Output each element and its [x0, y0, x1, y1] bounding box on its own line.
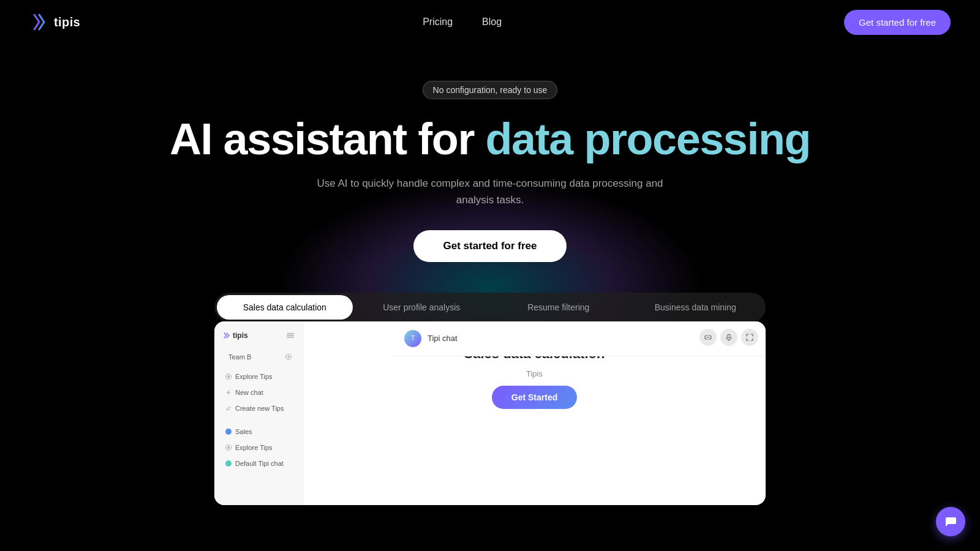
tab-sales-data-calculation[interactable]: Sales data calculation: [217, 295, 353, 320]
default-chat-dot: [225, 460, 232, 467]
hero-badge: No configuration, ready to use: [423, 81, 558, 99]
expand-icon: [746, 334, 753, 341]
header-cta-button[interactable]: Get started for free: [844, 10, 951, 35]
sidebar-default-chat-label: Default Tipi chat: [235, 460, 284, 467]
sidebar-item-new-chat[interactable]: New chat: [221, 385, 296, 400]
demo-avatar: T: [404, 330, 421, 347]
nav-pricing[interactable]: Pricing: [423, 17, 453, 28]
sidebar-item-sales[interactable]: Sales: [221, 424, 296, 439]
compass-icon-2: [225, 444, 232, 451]
demo-content-subtitle: Tipis: [526, 369, 543, 378]
sidebar-explore2-label: Explore Tips: [235, 444, 273, 451]
logo-link[interactable]: tipis: [29, 12, 80, 32]
sidebar-item-explore[interactable]: Explore Tips: [221, 369, 296, 384]
sidebar-item-default-chat[interactable]: Default Tipi chat: [221, 456, 296, 471]
sidebar-new-chat-label: New chat: [235, 389, 263, 396]
link-icon-button[interactable]: [699, 329, 717, 346]
hero-title-part1: AI assistant for: [170, 114, 486, 163]
demo-tabs-section: Sales data calculation User profile anal…: [29, 293, 951, 505]
demo-sidebar: tipis Team B: [214, 321, 303, 505]
sidebar-section-label: [221, 417, 296, 424]
svg-rect-2: [287, 333, 294, 334]
chat-icon: [944, 515, 957, 528]
svg-rect-3: [287, 335, 294, 336]
sidebar-item-explore2[interactable]: Explore Tips: [221, 440, 296, 455]
sidebar-logo-icon: [223, 332, 230, 339]
audio-icon: [725, 334, 733, 341]
demo-chat-name: Tipi chat: [428, 334, 458, 343]
svg-marker-7: [227, 375, 230, 378]
compass-icon: [225, 373, 232, 380]
pencil-icon: [225, 405, 232, 411]
team-add-icon: [285, 354, 292, 360]
sales-dot: [225, 429, 232, 435]
link-icon: [704, 334, 712, 341]
hero-cta-button[interactable]: Get started for free: [413, 230, 566, 262]
demo-main: T Tipi chat Sales data calculation Tipis…: [303, 321, 766, 505]
tab-user-profile-analysis[interactable]: User profile analysis: [354, 295, 490, 320]
sidebar-menu-icon: [287, 332, 294, 339]
svg-rect-0: [728, 334, 730, 338]
demo-inner: tipis Team B: [214, 321, 766, 505]
hero-subtitle: Use AI to quickly handle complex and tim…: [306, 175, 674, 208]
sidebar-item-create-tips[interactable]: Create new Tips: [221, 401, 296, 416]
sidebar-explore-label: Explore Tips: [235, 373, 273, 380]
logo-icon: [29, 12, 49, 32]
sidebar-sales-label: Sales: [235, 428, 252, 435]
expand-icon-button[interactable]: [741, 329, 758, 346]
demo-sidebar-header: tipis: [221, 331, 296, 340]
nav-blog[interactable]: Blog: [482, 17, 502, 28]
hero-title-highlight: data processing: [486, 114, 811, 163]
svg-rect-4: [287, 337, 294, 338]
team-label: Team B: [228, 353, 251, 361]
demo-toolbar: [699, 329, 758, 346]
hero-title: AI assistant for data processing: [29, 116, 951, 163]
tab-bar: Sales data calculation User profile anal…: [214, 293, 766, 322]
tab-business-data-mining[interactable]: Business data mining: [628, 295, 764, 320]
audio-icon-button[interactable]: [720, 329, 737, 346]
hero-section: No configuration, ready to use AI assist…: [0, 44, 980, 530]
logo-text: tipis: [54, 15, 80, 29]
demo-panel: tipis Team B: [214, 321, 766, 505]
demo-sidebar-logo: tipis: [223, 331, 248, 340]
tab-resume-filtering[interactable]: Resume filtering: [491, 295, 627, 320]
sidebar-logo-text: tipis: [233, 331, 248, 340]
chat-support-button[interactable]: [936, 507, 965, 536]
demo-get-started-button[interactable]: Get Started: [492, 386, 577, 409]
sidebar-create-label: Create new Tips: [235, 405, 284, 412]
plus-icon: [225, 389, 232, 395]
demo-sidebar-team: Team B: [221, 350, 296, 364]
main-nav: Pricing Blog: [423, 17, 502, 28]
svg-marker-9: [227, 446, 230, 449]
